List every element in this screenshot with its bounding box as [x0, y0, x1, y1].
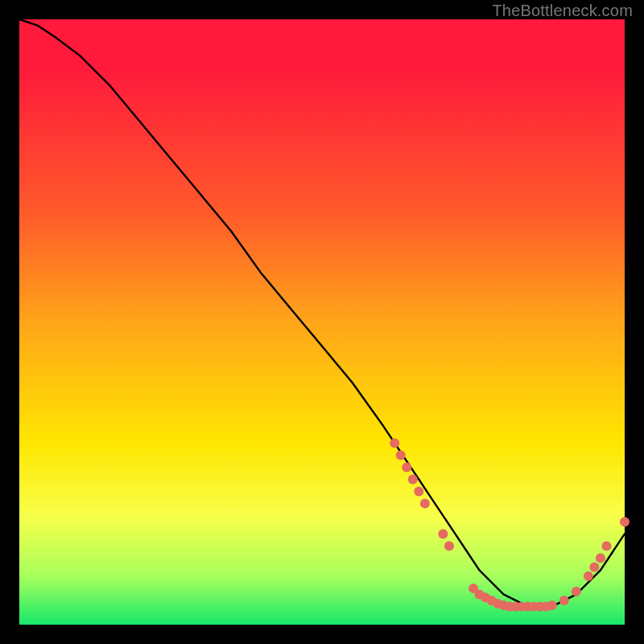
curve-layer [19, 19, 625, 625]
curve-marker [414, 487, 423, 497]
curve-marker [596, 553, 605, 563]
curve-marker [559, 596, 569, 605]
curve-marker [420, 499, 430, 509]
chart-root: TheBottleneck.com [0, 0, 644, 644]
plot-area [19, 19, 625, 625]
curve-marker [402, 462, 411, 472]
curve-marker [438, 529, 448, 539]
bottleneck-curve [19, 19, 625, 606]
curve-marker [620, 517, 630, 526]
curve-marker [444, 541, 454, 551]
curve-marker [408, 475, 418, 485]
curve-marker [396, 450, 406, 460]
curve-marker [589, 563, 599, 572]
curve-marker [390, 438, 399, 448]
watermark-text: TheBottleneck.com [492, 2, 633, 20]
curve-markers [390, 438, 630, 611]
curve-marker [572, 587, 581, 597]
curve-marker [601, 541, 611, 551]
curve-marker [547, 601, 557, 610]
curve-marker [584, 572, 593, 581]
